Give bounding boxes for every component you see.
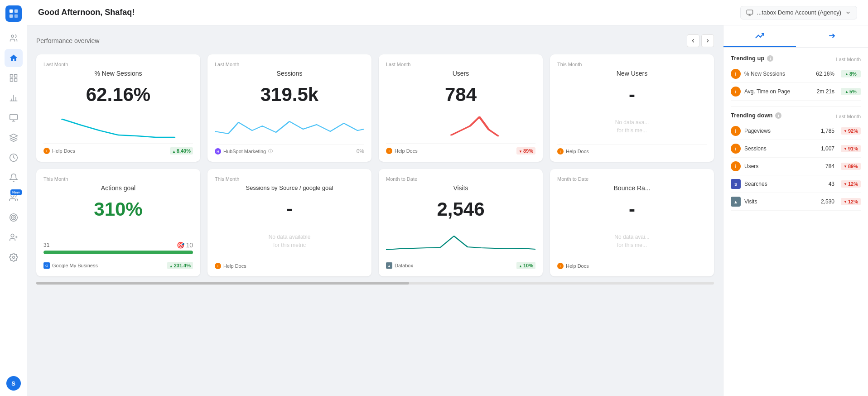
sidebar-item-user-group[interactable] <box>5 29 23 47</box>
performance-overview-header: Performance overview <box>36 34 714 47</box>
source-icon: ▲ <box>386 262 392 269</box>
content-area: Performance overview <box>27 25 868 396</box>
card-source: H HubSpot Marketing ⓘ <box>215 148 273 155</box>
card-source: i Help Docs <box>43 148 75 154</box>
svg-rect-0 <box>9 10 12 13</box>
sidebar-item-users-new[interactable]: New <box>5 188 23 207</box>
sidebar-item-tv[interactable] <box>5 109 23 127</box>
perf-nav <box>687 34 714 47</box>
up-arrow <box>172 148 176 154</box>
change-badge: 231.4% <box>167 262 193 269</box>
app-logo[interactable] <box>5 5 22 22</box>
trend-item-name: % New Sessions <box>744 71 812 77</box>
right-panel: Trending up i Last Month i % New Session… <box>723 25 868 396</box>
source-icon: i <box>215 263 221 269</box>
card-period: Last Month <box>386 62 535 67</box>
svg-rect-8 <box>14 79 17 82</box>
card-bounce-rate: Month to Date Bounce Ra... - No data ava… <box>550 169 714 276</box>
svg-rect-6 <box>14 75 17 77</box>
trend-item-name: Users <box>744 163 822 169</box>
svg-rect-3 <box>14 14 17 18</box>
sidebar-item-reports[interactable] <box>5 69 23 87</box>
metric-icon: S <box>731 179 741 189</box>
card-value: 319.5k <box>215 84 364 105</box>
sidebar-item-goals[interactable] <box>5 149 23 167</box>
metric-icon: i <box>731 161 741 171</box>
card-sessions-by-source: This Month Sessions by Source / google g… <box>207 169 371 276</box>
card-source: i Help Docs <box>557 148 589 155</box>
source-icon: i <box>386 148 392 154</box>
card-source: i Help Docs <box>215 263 246 269</box>
down-arrow <box>519 148 522 154</box>
prev-button[interactable] <box>687 34 699 47</box>
metric-icon: i <box>731 144 741 154</box>
card-chart <box>215 112 364 140</box>
trend-item-name: Visits <box>744 198 817 205</box>
account-icon <box>746 9 753 16</box>
svg-point-18 <box>11 215 16 220</box>
trend-badge: ▼ 92% <box>841 127 861 135</box>
no-data-text: No data availablefor this metric <box>215 223 364 259</box>
source-icon: G <box>43 262 50 269</box>
source-icon: H <box>215 148 221 155</box>
trend-badge: ▼ 91% <box>841 145 861 152</box>
progress-bar-bg <box>43 251 193 254</box>
chevron-down-icon <box>845 10 851 16</box>
scroll-track[interactable] <box>36 282 714 285</box>
svg-text:i: i <box>735 146 736 151</box>
trend-item-value: 2m 21s <box>817 88 834 95</box>
card-metric-name: Actions goal <box>43 184 193 192</box>
source-name: Databox <box>395 263 413 268</box>
card-metric-name: Visits <box>386 184 535 192</box>
svg-rect-13 <box>10 115 17 120</box>
trend-item-users: i Users 784 ▼ 89% <box>731 158 861 175</box>
card-footer: ▲ Databox 10% <box>386 258 535 269</box>
sidebar-item-layers[interactable] <box>5 129 23 147</box>
next-button[interactable] <box>701 34 714 47</box>
svg-text:i: i <box>735 89 736 94</box>
trend-item-value: 43 <box>829 181 834 187</box>
card-footer: i Help Docs 8.40% <box>43 143 193 155</box>
info-icon: i <box>767 55 773 62</box>
metric-icon: i <box>731 87 741 97</box>
sidebar-item-user-management[interactable] <box>5 228 23 246</box>
change-badge: 89% <box>516 147 535 155</box>
account-name: ...tabox Demo Account (Agency) <box>757 9 841 16</box>
svg-rect-24 <box>747 10 752 14</box>
card-users: Last Month Users 784 i Help Docs <box>379 54 543 162</box>
performance-overview-title: Performance overview <box>36 37 99 44</box>
tab-trending-flat[interactable] <box>796 25 868 47</box>
avatar[interactable]: S <box>6 376 21 391</box>
card-period: This Month <box>215 176 364 182</box>
card-metric-name: Bounce Ra... <box>557 184 707 192</box>
card-source: i Help Docs <box>557 263 589 269</box>
up-arrow <box>519 263 522 268</box>
card-footer: H HubSpot Marketing ⓘ 0% <box>215 144 364 155</box>
cards-grid: Last Month % New Sessions 62.16% i Help … <box>36 54 714 276</box>
trend-badge: ▼ 89% <box>841 163 861 170</box>
card-period: Month to Date <box>557 176 707 182</box>
card-source: i Help Docs <box>386 148 418 154</box>
card-metric-name: New Users <box>557 70 707 77</box>
sidebar-item-home[interactable] <box>5 49 23 67</box>
source-icon: i <box>557 263 564 269</box>
svg-point-17 <box>10 214 17 222</box>
trend-badge: ▼ 12% <box>841 198 861 205</box>
trending-up-title: Trending up i <box>731 55 773 62</box>
no-data-text: No data ava...for this me... <box>557 109 707 144</box>
sidebar-item-target[interactable] <box>5 208 23 227</box>
card-period: Last Month <box>215 62 364 67</box>
card-value: - <box>557 84 707 105</box>
sidebar-item-metrics[interactable] <box>5 89 23 107</box>
card-new-users: This Month New Users - No data ava...for… <box>550 54 714 162</box>
sidebar-item-alerts[interactable] <box>5 169 23 187</box>
chevron-left-icon <box>690 38 696 44</box>
account-selector[interactable]: ...tabox Demo Account (Agency) <box>740 6 857 19</box>
sidebar-item-settings[interactable] <box>5 248 23 266</box>
card-chart <box>43 112 193 140</box>
tab-trending-up[interactable] <box>723 25 796 47</box>
trend-badge: ▲ 5% <box>841 88 861 95</box>
trending-up-period: Last Month <box>836 57 861 62</box>
change-badge: 8.40% <box>170 147 193 155</box>
goal-icon: 🎯 10 <box>177 241 193 249</box>
